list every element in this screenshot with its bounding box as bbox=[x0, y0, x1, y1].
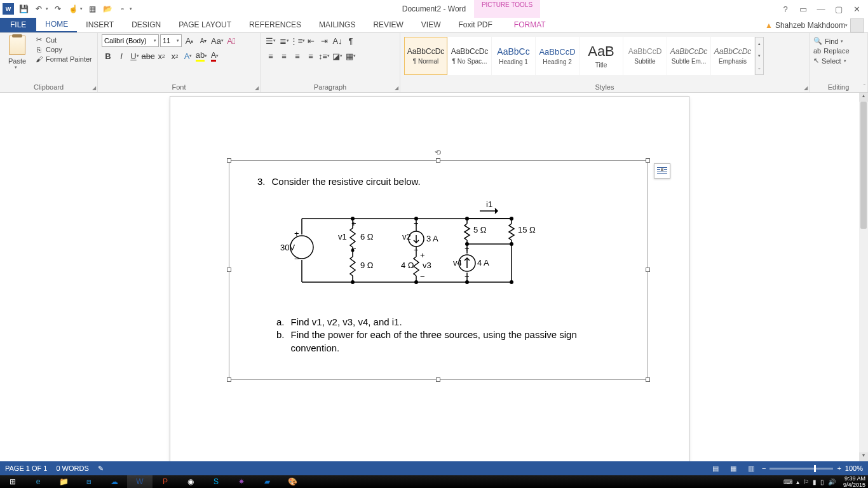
change-case-button[interactable]: Aa▾ bbox=[211, 34, 224, 47]
tab-page-layout[interactable]: PAGE LAYOUT bbox=[170, 17, 240, 32]
styles-dialog-launcher[interactable]: ◢ bbox=[804, 85, 808, 91]
word-count[interactable]: 0 WORDS bbox=[56, 464, 88, 472]
battery-icon[interactable]: ▯ bbox=[820, 478, 824, 485]
layout-options-button[interactable] bbox=[654, 163, 670, 179]
tab-insert[interactable]: INSERT bbox=[77, 17, 123, 32]
grow-font-button[interactable]: A▴ bbox=[183, 34, 196, 47]
style-heading-2[interactable]: AaBbCcDHeading 2 bbox=[536, 37, 579, 75]
underline-button[interactable]: U▾ bbox=[128, 50, 141, 62]
minimize-button[interactable]: — bbox=[813, 3, 829, 15]
borders-button[interactable]: ▦▾ bbox=[344, 50, 357, 62]
undo-icon[interactable]: ↶ bbox=[33, 3, 44, 15]
scroll-up-button[interactable]: ▴ bbox=[859, 93, 868, 102]
user-name-label[interactable]: Shahzeb Makhdoom bbox=[775, 21, 845, 30]
style--no-spac-[interactable]: AaBbCcDc¶ No Spac... bbox=[448, 37, 491, 75]
print-layout-button[interactable]: ▦ bbox=[726, 463, 740, 474]
touch-mode-icon[interactable]: ☝ bbox=[67, 3, 79, 15]
justify-button[interactable]: ≡ bbox=[304, 50, 317, 62]
open-icon[interactable]: 📂 bbox=[102, 3, 113, 15]
save-icon[interactable]: 💾 bbox=[18, 3, 29, 15]
style-subtle-em-[interactable]: AaBbCcDcSubtle Em... bbox=[667, 37, 710, 75]
highlight-button[interactable]: ab▾ bbox=[195, 50, 208, 62]
taskbar-ie[interactable]: e bbox=[25, 475, 51, 488]
tab-mailings[interactable]: MAILINGS bbox=[310, 17, 364, 32]
style-heading-1[interactable]: AaBbCcHeading 1 bbox=[492, 37, 535, 75]
tray-chevron-icon[interactable]: ▴ bbox=[796, 478, 799, 485]
style--normal[interactable]: AaBbCcDc¶ Normal bbox=[404, 37, 447, 75]
font-color-button[interactable]: A▾ bbox=[208, 50, 221, 62]
help-icon[interactable]: ? bbox=[778, 3, 793, 15]
taskbar-onedrive[interactable]: ☁ bbox=[102, 475, 127, 488]
replace-button[interactable]: abReplace bbox=[813, 47, 864, 55]
selected-picture[interactable]: ⟲ 3. Consider the resistive circuit belo… bbox=[229, 160, 648, 380]
shrink-font-button[interactable]: A▾ bbox=[197, 34, 210, 47]
align-center-button[interactable]: ≡ bbox=[278, 50, 290, 62]
strike-button[interactable]: abc bbox=[142, 50, 154, 62]
style-title[interactable]: AaBTitle bbox=[580, 37, 623, 75]
collapse-ribbon-button[interactable]: ˇ bbox=[864, 84, 865, 91]
taskbar-chrome[interactable]: ◉ bbox=[178, 475, 203, 488]
show-marks-button[interactable]: ¶ bbox=[344, 34, 357, 47]
decrease-indent-button[interactable]: ⇤ bbox=[304, 34, 317, 47]
superscript-button[interactable]: x2 bbox=[168, 50, 181, 62]
restore-button[interactable]: ▢ bbox=[831, 3, 846, 15]
taskbar-app1[interactable]: ✷ bbox=[229, 475, 254, 488]
select-button[interactable]: ↖Select▾ bbox=[813, 57, 864, 65]
redo-icon[interactable]: ↷ bbox=[52, 3, 64, 15]
zoom-out-button[interactable]: − bbox=[762, 464, 766, 472]
zoom-slider[interactable] bbox=[770, 468, 833, 470]
taskbar-dropbox[interactable]: ⧈ bbox=[76, 475, 102, 488]
scroll-down-button[interactable]: ▾ bbox=[859, 452, 868, 461]
align-right-button[interactable]: ≡ bbox=[291, 50, 304, 62]
paste-button[interactable]: Paste ▾ bbox=[4, 34, 31, 70]
keyboard-icon[interactable]: ⌨ bbox=[783, 478, 792, 485]
page[interactable]: ⟲ 3. Consider the resistive circuit belo… bbox=[170, 97, 689, 461]
flag-icon[interactable]: ⚐ bbox=[803, 478, 809, 485]
taskbar-explorer[interactable]: 📁 bbox=[51, 475, 76, 488]
bold-button[interactable]: B bbox=[102, 50, 114, 62]
font-dialog-launcher[interactable]: ◢ bbox=[255, 85, 259, 91]
start-button[interactable]: ⊞ bbox=[0, 475, 25, 488]
read-mode-button[interactable]: ▤ bbox=[709, 463, 722, 474]
align-left-button[interactable]: ≡ bbox=[264, 50, 277, 62]
clear-format-button[interactable]: A⃠ bbox=[225, 34, 238, 47]
bullets-button[interactable]: ☰▾ bbox=[264, 34, 277, 47]
taskbar-word[interactable]: W bbox=[127, 475, 153, 488]
zoom-in-button[interactable]: + bbox=[837, 464, 841, 472]
font-size-select[interactable]: 11▾ bbox=[160, 34, 182, 47]
shading-button[interactable]: ◪▾ bbox=[331, 50, 344, 62]
tab-file[interactable]: FILE bbox=[0, 17, 36, 32]
styles-more-button[interactable]: ▴▾⌄ bbox=[755, 37, 764, 75]
copy-button[interactable]: ⎘Copy bbox=[34, 46, 92, 53]
cut-button[interactable]: ✂Cut bbox=[34, 36, 92, 44]
scroll-thumb[interactable] bbox=[860, 102, 867, 229]
format-painter-button[interactable]: 🖌Format Painter bbox=[34, 55, 92, 63]
word-icon[interactable]: W bbox=[3, 3, 14, 15]
tab-home[interactable]: HOME bbox=[36, 17, 77, 32]
text-effects-button[interactable]: A▾ bbox=[182, 50, 194, 62]
action-center-icon[interactable]: ▮ bbox=[813, 478, 817, 485]
paragraph-dialog-launcher[interactable]: ◢ bbox=[395, 85, 398, 91]
increase-indent-button[interactable]: ⇥ bbox=[318, 34, 330, 47]
numbering-button[interactable]: ≣▾ bbox=[278, 34, 290, 47]
taskbar-app2[interactable]: ▰ bbox=[254, 475, 280, 488]
web-layout-button[interactable]: ▥ bbox=[744, 463, 758, 474]
tab-foxit[interactable]: Foxit PDF bbox=[449, 17, 501, 32]
find-button[interactable]: 🔍Find▾ bbox=[813, 37, 864, 45]
italic-button[interactable]: I bbox=[115, 50, 128, 62]
qat-custom-icon[interactable]: ▦ bbox=[86, 3, 98, 15]
style-subtitle[interactable]: AaBbCcDSubtitle bbox=[623, 37, 667, 75]
tab-design[interactable]: DESIGN bbox=[123, 17, 170, 32]
clock[interactable]: 9:39 AM9/4/2015 bbox=[839, 475, 865, 488]
taskbar-skype[interactable]: S bbox=[203, 475, 229, 488]
volume-icon[interactable]: 🔊 bbox=[828, 478, 836, 485]
tab-references[interactable]: REFERENCES bbox=[240, 17, 310, 32]
style-emphasis[interactable]: AaBbCcDcEmphasis bbox=[711, 37, 754, 75]
tab-format[interactable]: FORMAT bbox=[505, 17, 555, 32]
taskbar-powerpoint[interactable]: P bbox=[153, 475, 178, 488]
tab-view[interactable]: VIEW bbox=[412, 17, 450, 32]
zoom-level[interactable]: 100% bbox=[845, 464, 863, 472]
rotate-handle[interactable]: ⟲ bbox=[435, 148, 441, 157]
page-indicator[interactable]: PAGE 1 OF 1 bbox=[5, 464, 47, 472]
vertical-scrollbar[interactable]: ▴ ▾ bbox=[859, 93, 868, 461]
